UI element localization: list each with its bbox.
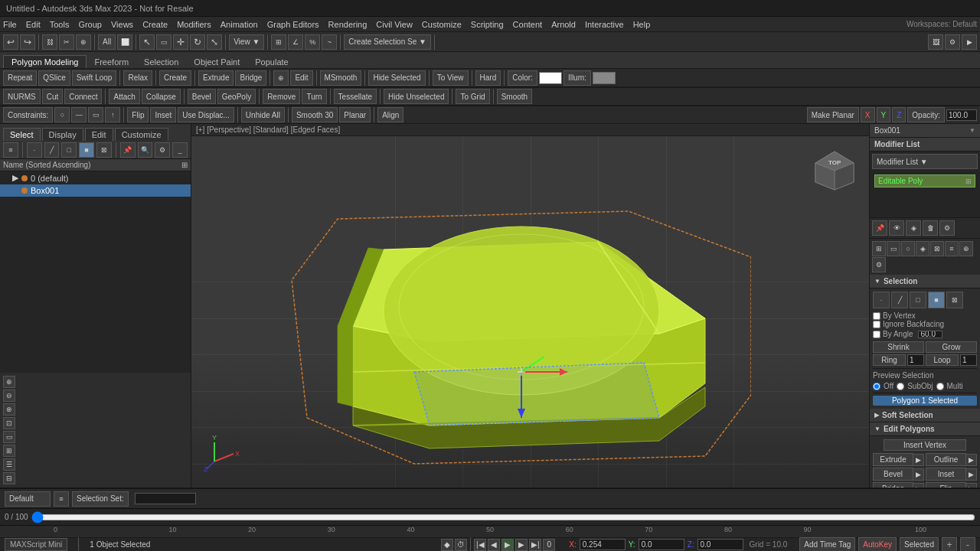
menu-modifiers[interactable]: Modifiers xyxy=(177,20,211,29)
extrude-arrow[interactable]: ▶ xyxy=(913,454,924,466)
preview-multi-radio[interactable] xyxy=(936,383,944,390)
x-coord-input[interactable] xyxy=(580,539,626,550)
subobj-polygon[interactable]: ■ xyxy=(928,292,945,308)
swift-loop-btn[interactable]: Swift Loop xyxy=(72,70,117,86)
next-frame-btn[interactable]: ▶ xyxy=(515,539,528,551)
edit-btn[interactable]: Edit xyxy=(290,70,312,86)
constraint-edge[interactable]: — xyxy=(71,107,87,122)
first-frame-btn[interactable]: |◀ xyxy=(474,539,486,551)
bridge-btn2[interactable]: Bridge xyxy=(873,482,913,487)
constraint-normal[interactable]: ↑ xyxy=(105,107,120,122)
preview-off-radio[interactable] xyxy=(873,383,880,390)
menu-interactive[interactable]: Interactive xyxy=(585,20,624,29)
y-axis-btn[interactable]: Y xyxy=(877,107,891,122)
last-frame-btn[interactable]: ▶| xyxy=(529,539,541,551)
constraint-face[interactable]: ▭ xyxy=(88,107,103,122)
y-coord-input[interactable] xyxy=(639,539,684,550)
ribbon-tab-selection[interactable]: Selection xyxy=(136,56,186,68)
percent-snap[interactable]: % xyxy=(305,34,320,50)
move-tool[interactable]: ✛ xyxy=(173,34,188,50)
autokey-btn[interactable]: AutoKey xyxy=(858,537,897,552)
cut-btn[interactable]: Cut xyxy=(42,89,64,104)
add-time-tag-btn[interactable]: Add Time Tag xyxy=(799,537,855,552)
smooth-btn[interactable]: Smooth xyxy=(497,89,532,104)
grow-btn[interactable]: Grow xyxy=(926,341,977,353)
all-btn[interactable]: All xyxy=(98,34,116,50)
undo-btn[interactable]: ↩ xyxy=(3,34,18,50)
geopoloy-btn[interactable]: GeoPoly xyxy=(217,89,256,104)
flip-btn[interactable]: Flip xyxy=(127,107,149,122)
unhide-all-btn[interactable]: Unhide All xyxy=(241,107,285,122)
hide-unselected-btn[interactable]: Hide Unselected xyxy=(384,89,449,104)
ring-count[interactable] xyxy=(907,354,924,366)
by-angle-input[interactable] xyxy=(873,331,880,338)
maxscript-tab[interactable]: MAXScript Mini xyxy=(5,538,67,551)
menu-create[interactable]: Create xyxy=(142,20,168,29)
left-icon-7[interactable]: ☰ xyxy=(3,458,15,471)
msmooth-btn[interactable]: MSmooth xyxy=(320,70,362,86)
menu-rendering[interactable]: Rendering xyxy=(328,20,368,29)
qslice-btn[interactable]: QSlice xyxy=(38,70,70,86)
z-axis-btn[interactable]: Z xyxy=(892,107,906,122)
prop-tab-6[interactable]: ≡ xyxy=(945,241,959,256)
spinner-snap[interactable]: ~ xyxy=(322,34,337,50)
viewport-canvas[interactable]: X Y Z TOP xyxy=(191,136,869,487)
ignore-backfacing-input[interactable] xyxy=(873,321,880,328)
prop-tab-3[interactable]: ○ xyxy=(901,241,915,256)
link-btn[interactable]: ⛓ xyxy=(42,34,57,50)
layer-dropdown[interactable]: Default xyxy=(5,491,51,507)
selected-btn[interactable]: Selected xyxy=(900,537,939,552)
bridge-btn[interactable]: Bridge xyxy=(235,70,266,86)
time-input-btn[interactable]: 0 xyxy=(543,539,555,551)
repeat-btn[interactable]: Repeat xyxy=(3,70,37,86)
key-mode-btn[interactable]: ◆ xyxy=(441,539,453,551)
render-btn[interactable]: ▶ xyxy=(962,34,977,50)
menu-civil-view[interactable]: Civil View xyxy=(376,20,412,29)
bevel-arrow[interactable]: ▶ xyxy=(913,468,924,481)
subobj-border[interactable]: □ xyxy=(910,292,926,308)
pin-icon[interactable]: 📌 xyxy=(120,142,136,158)
ignore-backfacing-checkbox[interactable]: Ignore Backfacing xyxy=(873,320,977,328)
relax-btn[interactable]: Relax xyxy=(123,70,152,86)
create-btn[interactable]: Create xyxy=(159,70,191,86)
render-setup[interactable]: ⚙ xyxy=(945,34,960,50)
by-vertex-checkbox[interactable]: By Vertex xyxy=(873,311,977,320)
border-mode[interactable]: □ xyxy=(61,142,77,158)
preview-subobj-radio[interactable] xyxy=(897,383,904,390)
selection-set-input[interactable] xyxy=(135,493,196,504)
left-icon-1[interactable]: ⊕ xyxy=(3,376,15,388)
prop-tab-5[interactable]: ⊠ xyxy=(930,241,944,256)
prop-tab-7[interactable]: ⊕ xyxy=(959,241,973,256)
remove-modifier-icon[interactable]: 🗑 xyxy=(923,220,938,236)
config-icon[interactable]: ⚙ xyxy=(939,220,955,236)
angle-snap[interactable]: ∠ xyxy=(288,34,303,50)
pin-stack-icon[interactable]: 📌 xyxy=(872,220,887,236)
prop-tab-1[interactable]: ⊞ xyxy=(872,241,886,256)
x-axis-btn[interactable]: X xyxy=(861,107,875,122)
vertex-mode[interactable]: · xyxy=(27,142,42,158)
bevel-btn2[interactable]: Bevel xyxy=(188,89,216,104)
rotate-tool[interactable]: ↻ xyxy=(190,34,205,50)
by-vertex-input[interactable] xyxy=(873,312,880,320)
hide-selected-btn[interactable]: Hide Selected xyxy=(368,70,425,86)
insert-vertex-btn[interactable]: Insert Vertex xyxy=(884,439,967,451)
loop-count[interactable] xyxy=(960,354,977,366)
tessellate-btn[interactable]: Tessellate xyxy=(334,89,377,104)
unlink-btn[interactable]: ✂ xyxy=(59,34,74,50)
left-icon-6[interactable]: ⊞ xyxy=(3,445,15,457)
select-all[interactable]: ⬜ xyxy=(117,34,132,50)
redo-btn[interactable]: ↪ xyxy=(20,34,35,50)
hard-btn[interactable]: Hard xyxy=(475,70,501,86)
tab-display[interactable]: Display xyxy=(42,128,83,141)
align-btn[interactable]: Align xyxy=(377,107,403,122)
menu-file[interactable]: File xyxy=(3,20,17,29)
use-displac-btn[interactable]: Use Displac... xyxy=(178,107,234,122)
left-icon-3[interactable]: ⊗ xyxy=(3,403,15,416)
constraint-none[interactable]: ○ xyxy=(54,107,70,122)
outline-btn[interactable]: Outline xyxy=(926,453,966,466)
left-icon-2[interactable]: ⊖ xyxy=(3,390,15,402)
extrude-btn2[interactable]: Extrude xyxy=(873,453,913,466)
nurms-btn[interactable]: NURMS xyxy=(3,89,41,104)
illum-swatch[interactable] xyxy=(593,72,616,84)
menu-edit[interactable]: Edit xyxy=(26,20,41,29)
